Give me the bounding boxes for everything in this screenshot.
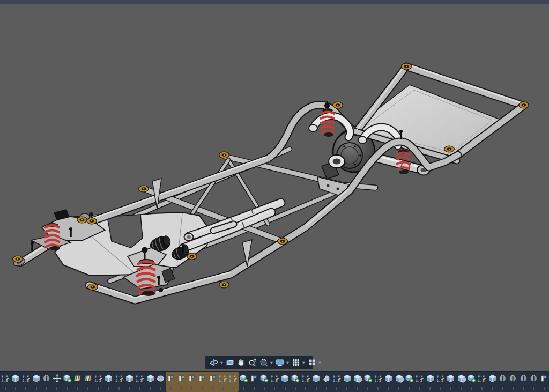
solid-body-tool-button[interactable] (342, 372, 352, 392)
profile-icon (166, 374, 175, 383)
mirror-body-tool-button[interactable] (529, 372, 539, 392)
body-mount[interactable] (87, 284, 98, 291)
mirror-icon (508, 374, 517, 383)
edit-sketch-tool-button[interactable] (218, 372, 228, 392)
profile-icon (249, 374, 258, 383)
body-mount[interactable] (138, 186, 149, 193)
solid-body-tool-button[interactable] (31, 372, 41, 392)
3d-viewport[interactable] (0, 4, 549, 371)
body-mount[interactable] (12, 256, 23, 263)
add-body-tool-button[interactable] (259, 372, 269, 392)
add-body-tool-button[interactable] (290, 372, 300, 392)
fillet-body-tool-button[interactable] (394, 372, 404, 392)
body-mount[interactable] (444, 146, 455, 153)
chassis-3d-model[interactable] (0, 4, 549, 371)
zoom-region-tool-dropdown[interactable] (269, 357, 274, 368)
body-mount[interactable] (219, 282, 229, 289)
layout-icon (307, 358, 317, 367)
chevron-down-icon (286, 361, 290, 364)
pattern-body-tool-button[interactable] (83, 372, 93, 392)
edit-sketch-tool-button[interactable] (414, 372, 425, 392)
zoom-region-icon (259, 358, 269, 367)
chamfer-body-tool-button[interactable] (321, 372, 331, 392)
edit-sketch-tool-button[interactable] (135, 372, 145, 392)
solid-body-tool-button[interactable] (487, 372, 497, 392)
viewport-layout-tool-dropdown[interactable] (317, 357, 322, 368)
zoom-tool[interactable] (247, 357, 258, 368)
solid-body-tool-button[interactable] (103, 372, 114, 392)
add-body-tool-button[interactable] (404, 372, 414, 392)
orbit-tool[interactable] (208, 357, 219, 368)
profile-body-tool-button[interactable] (197, 372, 207, 392)
chevron-down-icon (302, 361, 306, 364)
solid-body-tool-button[interactable] (383, 372, 394, 392)
solid-body-tool-button[interactable] (10, 372, 20, 392)
body-mount[interactable] (77, 217, 87, 224)
edit-sketch-tool-button[interactable] (114, 372, 124, 392)
solid-body-tool-button[interactable] (124, 372, 135, 392)
mirror-body-tool-button[interactable] (508, 372, 518, 392)
maximize-viewport-tool[interactable] (274, 357, 285, 368)
orbit-tool-dropdown[interactable] (219, 357, 224, 368)
profile-body-tool-button[interactable] (187, 372, 197, 392)
sketch-edit-icon (218, 374, 227, 383)
profile-body-tool-button[interactable] (207, 372, 218, 392)
body-mount[interactable] (518, 102, 529, 109)
body-mount[interactable] (332, 102, 343, 109)
maximize-viewport-tool-dropdown[interactable] (285, 357, 290, 368)
viewport-background[interactable] (0, 4, 549, 371)
body-mount[interactable] (86, 218, 97, 225)
grid-display-tool[interactable] (290, 357, 301, 368)
profile-body-tool-button[interactable] (176, 372, 187, 392)
body-mount[interactable] (401, 63, 412, 70)
fillet-body-tool-button[interactable] (352, 372, 362, 392)
add-body-tool-button[interactable] (466, 372, 477, 392)
solid-body-tool-button[interactable] (446, 372, 456, 392)
edit-sketch-tool-button[interactable] (435, 372, 446, 392)
body-mount[interactable] (219, 152, 229, 159)
mesh-body-tool-button[interactable] (155, 372, 166, 392)
solid-body-tool-button[interactable] (425, 372, 435, 392)
add-body-tool-button[interactable] (239, 372, 249, 392)
viewport-layout-tool[interactable] (306, 357, 317, 368)
pan-tool[interactable] (235, 357, 247, 368)
profile-icon (197, 374, 206, 383)
frame-view-tool[interactable] (224, 357, 235, 368)
solid-body-tool-button[interactable] (145, 372, 155, 392)
edit-sketch-tool-button[interactable] (21, 372, 31, 392)
edit-sketch-tool-button[interactable] (270, 372, 280, 392)
edit-sketch-tool-button[interactable] (0, 372, 10, 392)
cube-add-icon (259, 374, 269, 383)
pattern-body-tool-button[interactable] (72, 372, 83, 392)
solid-body-tool-button[interactable] (311, 372, 321, 392)
edit-sketch-tool-button[interactable] (373, 372, 383, 392)
cube-icon (11, 374, 20, 383)
solid-body-tool-button[interactable] (280, 372, 290, 392)
grid-display-tool-dropdown[interactable] (301, 357, 306, 368)
mirror-icon (529, 374, 538, 383)
move-body-tool-button[interactable] (52, 372, 62, 392)
add-body-tool-button[interactable] (62, 372, 72, 392)
mirror-body-tool-button[interactable] (41, 372, 51, 392)
mirror-body-tool-button[interactable] (518, 372, 528, 392)
fillet-body-tool-button[interactable] (456, 372, 466, 392)
add-body-tool-button[interactable] (362, 372, 373, 392)
sketch-edit-icon (135, 374, 144, 383)
profile-body-tool-button[interactable] (166, 372, 176, 392)
body-mount[interactable] (277, 238, 288, 245)
body-mount[interactable] (187, 253, 197, 260)
edit-sketch-tool-button[interactable] (228, 372, 238, 392)
grid-icon (291, 358, 301, 367)
window-top-bar (0, 0, 549, 4)
edit-sketch-tool-button[interactable] (332, 372, 342, 392)
sketch-edit-icon (228, 374, 238, 383)
cube-round-icon (395, 374, 404, 383)
edit-sketch-tool-button[interactable] (477, 372, 487, 392)
edit-sketch-tool-button[interactable] (301, 372, 311, 392)
mirror-body-tool-button[interactable] (498, 372, 508, 392)
profile-icon (539, 374, 548, 383)
profile-body-tool-button[interactable] (249, 372, 259, 392)
profile-body-tool-button[interactable] (539, 372, 549, 392)
zoom-region-tool[interactable] (258, 357, 269, 368)
edit-sketch-tool-button[interactable] (93, 372, 103, 392)
